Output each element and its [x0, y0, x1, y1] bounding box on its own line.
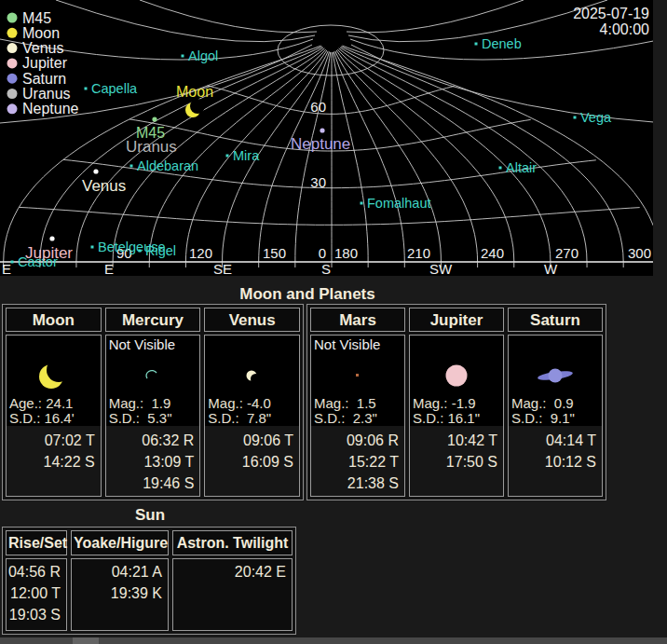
event-times: 09:06 T 16:09 S: [205, 426, 299, 496]
star-label: Rigel: [145, 243, 176, 258]
planet-column-mercury: Mercury Not Visible Mag.: 1.9 S.D.: 5.3"…: [105, 308, 201, 497]
sd-value: S.D.: 9.1": [509, 411, 602, 426]
sun-table: Rise/Set 04:56 R 12:00 T 19:03 S Yoake/H…: [2, 527, 296, 635]
planet-header: Mars: [310, 308, 405, 332]
star-marker: [130, 165, 133, 168]
legend-jupiter-icon: [7, 58, 18, 68]
mars-disc-icon: [354, 372, 361, 379]
star-marker: [11, 261, 14, 264]
planet-column-venus: Venus Mag.: -4.0 S.D.: 7.8" 09:06 T 16:0…: [204, 308, 300, 497]
planet-column-moon: Moon Age.: 24.1 S.D.: 16.4' 07:02 T 14:2…: [6, 308, 102, 497]
sky-chart: M45MoonVenusJupiterSaturnUranusNeptune20…: [0, 0, 653, 276]
event-times: 06:32 R 13:09 T 19:46 S: [106, 426, 200, 496]
sun-header: Rise/Set: [6, 530, 67, 555]
planet-phase-image: Mag.: 0.9 S.D.: 9.1": [509, 336, 602, 426]
moon-crescent-icon: [34, 356, 73, 395]
sun-header: Astron. Twilight: [172, 530, 293, 555]
neptune-label: Neptune: [291, 135, 350, 153]
sd-value: S.D.: 7.8": [205, 411, 299, 426]
star-marker: [499, 167, 502, 170]
star-label: Deneb: [482, 36, 522, 51]
star-label: Capella: [91, 81, 138, 96]
star-marker: [226, 155, 229, 158]
planet-column-saturn: Saturn Mag.: 0.9 S.D.: 9.1" 04:14 T 10:1…: [508, 308, 603, 497]
legend-label: M45: [22, 10, 51, 26]
star-label: Fomalhaut: [367, 196, 431, 211]
planet-header: Venus: [204, 308, 300, 332]
horizontal-scrollbar-thumb[interactable]: [73, 637, 99, 644]
legend-label: Venus: [22, 40, 63, 56]
sun-times: 04:21 A 19:39 K: [71, 558, 169, 631]
legend-label: Saturn: [22, 71, 66, 87]
star-label: Algol: [188, 48, 218, 63]
legend-label: Uranus: [22, 86, 71, 102]
legend-saturn-icon: [7, 74, 18, 84]
planet-phase-image: Mag.: -4.0 S.D.: 7.8": [205, 336, 299, 426]
mag-value: Mag.: 1.9: [106, 396, 200, 411]
event-times: 04:14 T 10:12 S: [509, 426, 602, 496]
star-label: Vega: [580, 110, 612, 125]
direction-label: E: [104, 261, 114, 276]
saturn-rings-icon: [534, 363, 577, 388]
neptune-marker: [320, 128, 324, 132]
m45-marker: [152, 116, 157, 121]
star-marker: [574, 116, 577, 119]
altitude-label: 30: [310, 174, 326, 190]
planet-phase-image: Age.: 24.1 S.D.: 16.4': [7, 336, 101, 426]
planets-table-title: Moon and Planets: [0, 285, 615, 304]
planets-table-group-1: Moon Age.: 24.1 S.D.: 16.4' 07:02 T 14:2…: [2, 304, 304, 500]
planet-phase-image: Not Visible Mag.: 1.9 S.D.: 5.3": [106, 336, 200, 426]
direction-label: W: [544, 261, 558, 276]
planet-phase-image: Mag.: -1.9 S.D.: 16.1": [410, 336, 503, 426]
visibility-note: [509, 336, 602, 354]
jupiter-marker: [49, 236, 54, 240]
sd-value: S.D.: 16.4': [7, 411, 101, 426]
venus-marker: [93, 169, 98, 173]
planet-header: Jupiter: [409, 308, 504, 332]
sun-header: Yoake/Higure: [71, 530, 169, 555]
visibility-note: Not Visible: [106, 336, 200, 354]
sun-times: 20:42 E: [172, 558, 293, 631]
azimuth-label: 120: [189, 245, 212, 261]
event-times: 07:02 T 14:22 S: [7, 426, 101, 496]
star-marker: [475, 43, 478, 46]
star-label: Mira: [233, 148, 260, 163]
legend-moon-icon: [7, 28, 18, 38]
sky-chart-canvas: M45MoonVenusJupiterSaturnUranusNeptune20…: [0, 0, 653, 276]
legend-venus-icon: [7, 43, 18, 53]
azimuth-label: 150: [263, 245, 286, 261]
planet-header: Saturn: [508, 308, 603, 332]
chart-date: 2025-07-19: [573, 6, 649, 21]
event-times: 10:42 T 17:50 S: [410, 426, 503, 496]
azimuth-label: 300: [628, 245, 651, 261]
visibility-note: Not Visible: [311, 336, 404, 354]
sd-value: S.D.: 2.3": [311, 411, 404, 426]
visibility-note: [410, 336, 503, 354]
horizontal-scrollbar[interactable]: [0, 637, 667, 644]
sun-column-yoake-higure: Yoake/Higure 04:21 A 19:39 K: [71, 530, 169, 631]
star-marker: [182, 55, 184, 58]
legend-label: Jupiter: [22, 55, 68, 71]
jupiter-label: Jupiter: [25, 244, 73, 262]
moon-label: Moon: [176, 84, 213, 100]
sun-column-astron-twilight: Astron. Twilight 20:42 E: [172, 530, 293, 631]
mag-value: Mag.: 1.5: [311, 396, 404, 411]
azimuth-label: 240: [481, 245, 504, 261]
star-label: Altair: [506, 160, 537, 175]
star-label: Aldebaran: [137, 158, 198, 173]
planet-column-jupiter: Jupiter Mag.: -1.9 S.D.: 16.1" 10:42 T 1…: [409, 308, 504, 497]
uranus-label: Uranus: [126, 138, 177, 156]
direction-label: S: [321, 261, 331, 276]
azimuth-label: 210: [407, 245, 430, 261]
sun-column-rise-set: Rise/Set 04:56 R 12:00 T 19:03 S: [6, 530, 67, 631]
sun-table-title: Sun: [0, 506, 300, 525]
jupiter-disc-icon: [444, 363, 469, 388]
sd-value: S.D.: 16.1": [410, 411, 503, 426]
mag-value: Mag.: -1.9: [410, 396, 503, 411]
legend-neptune-icon: [7, 103, 18, 114]
planet-column-mars: Mars Not Visible Mag.: 1.5 S.D.: 2.3" 09…: [310, 308, 405, 497]
venus-label: Venus: [82, 177, 126, 195]
star-marker: [91, 246, 94, 249]
venus-phase-icon: [243, 367, 262, 384]
planet-header: Mercury: [105, 308, 201, 332]
